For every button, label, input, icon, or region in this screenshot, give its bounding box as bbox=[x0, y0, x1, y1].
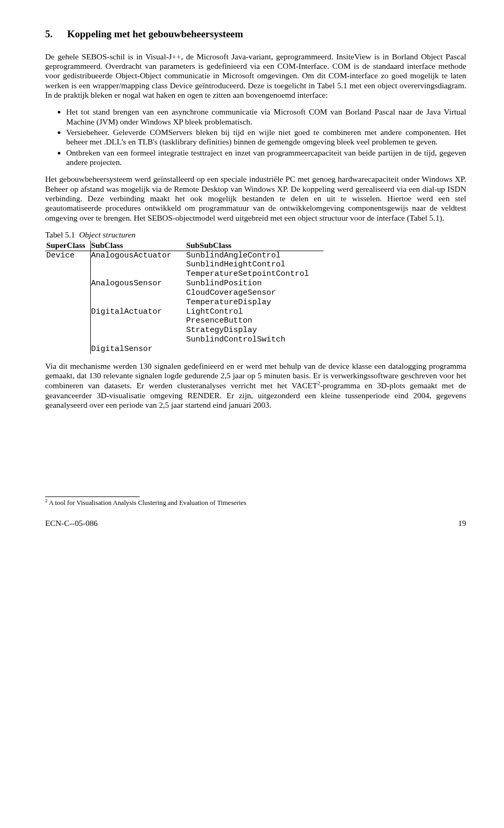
table-header: SuperClass bbox=[45, 241, 91, 251]
paragraph-3: Via dit mechanisme werden 130 signalen g… bbox=[45, 361, 466, 410]
section-heading: 5.Koppeling met het gebouwbeheersysteem bbox=[45, 28, 466, 40]
table-cell: SunblindPosition bbox=[186, 279, 323, 288]
table-cell: StrategyDisplay bbox=[186, 326, 323, 335]
table-cell: SunblindHeightControl bbox=[186, 260, 323, 270]
paragraph-1: De gehele SEBOS-schil is in Visual-J++, … bbox=[45, 52, 466, 100]
page-footer: ECN-C--05-086 19 bbox=[45, 519, 466, 528]
footer-doc-id: ECN-C--05-086 bbox=[45, 519, 98, 528]
footnote: 2 A tool for Visualisation Analysis Clus… bbox=[45, 498, 466, 508]
footer-page-number: 19 bbox=[458, 519, 466, 528]
object-structure-table: SuperClass SubClass SubSubClass Device A… bbox=[45, 241, 323, 354]
paragraph-1-text: De gehele SEBOS-schil is in Visual-J++, … bbox=[45, 52, 466, 99]
table-cell: PresenceButton bbox=[186, 316, 323, 326]
table-cell: DigitalSensor bbox=[91, 345, 186, 354]
paragraph-2: Het gebouwbeheersysteem werd geïnstallee… bbox=[45, 174, 466, 223]
table-cell: SunblindAngleControl bbox=[186, 251, 323, 260]
section-title: Koppeling met het gebouwbeheersysteem bbox=[67, 28, 243, 39]
list-item: Versiebeheer. Geleverde COMServers bleke… bbox=[66, 128, 466, 147]
table-cell: AnalogousSensor bbox=[91, 279, 186, 288]
footnote-text: A tool for Visualisation Analysis Cluste… bbox=[48, 499, 247, 506]
table-cell: Device bbox=[45, 251, 91, 260]
list-item: Het tot stand brengen van een asynchrone… bbox=[66, 107, 466, 127]
table-label: Tabel 5.1 bbox=[45, 230, 75, 239]
table-cell: TemperatureSetpointControl bbox=[186, 270, 323, 279]
table-caption: Tabel 5.1 Object structuren bbox=[45, 230, 466, 240]
table-cell: SunblindControlSwitch bbox=[186, 335, 323, 345]
issue-list: Het tot stand brengen van een asynchrone… bbox=[45, 107, 466, 167]
table-cell: TemperatureDisplay bbox=[186, 298, 323, 307]
table-header: SubClass bbox=[91, 241, 186, 251]
list-item: Ontbreken van een formeel integratie tes… bbox=[66, 148, 466, 168]
table-cell: CloudCoverageSensor bbox=[186, 288, 323, 298]
table-cell: LightControl bbox=[186, 307, 323, 317]
table-header: SubSubClass bbox=[186, 241, 323, 251]
section-number: 5. bbox=[45, 28, 67, 40]
table-cell: DigitalActuator bbox=[91, 307, 186, 317]
table-cell: AnalogousActuator bbox=[91, 251, 186, 260]
footnote-rule bbox=[45, 496, 140, 497]
table-title: Object structuren bbox=[79, 230, 136, 239]
